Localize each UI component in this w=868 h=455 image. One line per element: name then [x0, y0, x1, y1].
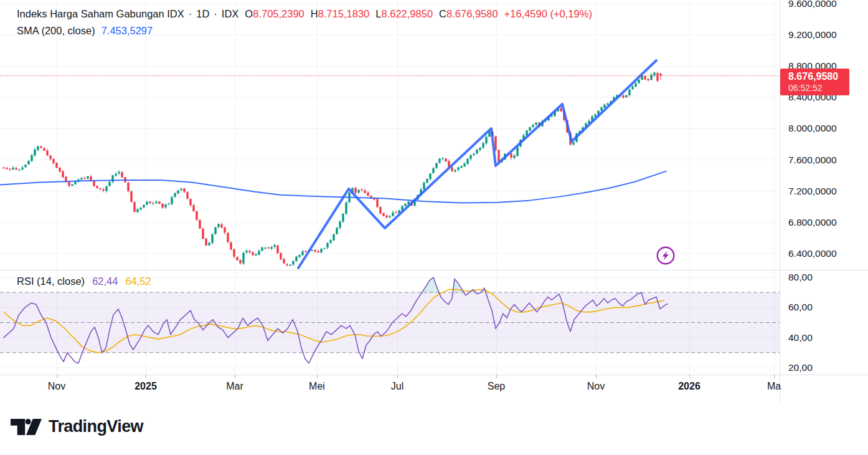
- sma-label[interactable]: SMA (200, close): [17, 25, 95, 36]
- open-value: 8.705,2390: [253, 8, 304, 19]
- rsi-label[interactable]: RSI (14, close): [17, 275, 85, 287]
- lightning-icon: [656, 246, 676, 266]
- tradingview-logo-icon: [11, 419, 42, 435]
- symbol-legend-line1: Indeks Harga Saham Gabungan IDX·1D·IDXO8…: [17, 6, 592, 22]
- interval-label[interactable]: 1D: [196, 8, 209, 19]
- time-axis-label: Mei: [309, 381, 325, 392]
- rsi-axis-label: 40,00: [788, 332, 813, 343]
- tradingview-logo[interactable]: TradingView: [11, 417, 143, 436]
- time-axis-label: Nov: [587, 381, 605, 392]
- countdown-timer: 06:52:52: [788, 83, 849, 93]
- rsi-value: 62,44: [92, 275, 118, 287]
- price-axis-label: 7.200,0000: [788, 186, 837, 197]
- close-value: 8.676,9580: [446, 8, 498, 19]
- symbol-legend-line2: SMA (200, close)7.453,5297: [17, 22, 592, 39]
- high-label: H: [311, 8, 318, 19]
- symbol-title[interactable]: Indeks Harga Saham Gabungan IDX: [17, 8, 184, 19]
- time-axis-label: 2025: [134, 381, 157, 392]
- price-axis-label: 6.400,0000: [788, 248, 837, 259]
- chart-canvas[interactable]: [0, 0, 868, 402]
- legend-separator: ·: [189, 8, 192, 19]
- price-axis-label: 7.600,0000: [788, 155, 837, 166]
- time-axis-label: 2026: [678, 381, 701, 392]
- price-axis-label: 9.200,0000: [788, 29, 837, 41]
- price-axis-label: 6.800,0000: [788, 217, 837, 228]
- sma-value: 7.453,5297: [101, 25, 153, 36]
- rsi-legend: RSI (14, close)62,4464,52: [17, 275, 151, 287]
- low-label: L: [375, 8, 381, 19]
- tradingview-chart-window: Indeks Harga Saham Gabungan IDX·1D·IDXO8…: [0, 0, 868, 455]
- change-value: +16,4590 (+0,19%): [504, 8, 592, 19]
- last-price-value: 8.676,9580: [788, 70, 849, 83]
- time-axis-label: Sep: [488, 381, 505, 392]
- open-label: O: [245, 8, 253, 19]
- time-axis-label: Ma: [767, 381, 781, 392]
- legend-separator: ·: [214, 8, 217, 19]
- last-price-badge: 8.676,9580 06:52:52: [780, 69, 849, 95]
- price-axis-label: 8.000,0000: [788, 123, 837, 134]
- lightning-quick-action-button[interactable]: [656, 246, 676, 266]
- low-value: 8.622,9850: [382, 8, 433, 19]
- rsi-axis-label: 80,00: [788, 272, 813, 283]
- rsi-axis-label: 60,00: [788, 302, 813, 313]
- time-axis-label: Jul: [391, 381, 403, 392]
- high-value: 8.715,1830: [318, 8, 370, 19]
- time-axis-label: Nov: [48, 381, 65, 392]
- price-axis-label: 9.600,0000: [788, 0, 837, 9]
- time-axis-label: Mar: [226, 381, 243, 392]
- rsi-axis-label: 20,00: [788, 362, 813, 373]
- rsi-ma-value: 64,52: [125, 275, 151, 287]
- symbol-legend: Indeks Harga Saham Gabungan IDX·1D·IDXO8…: [17, 6, 592, 39]
- close-label: C: [439, 8, 446, 19]
- tradingview-logo-text: TradingView: [49, 417, 143, 436]
- exchange-label[interactable]: IDX: [222, 8, 239, 19]
